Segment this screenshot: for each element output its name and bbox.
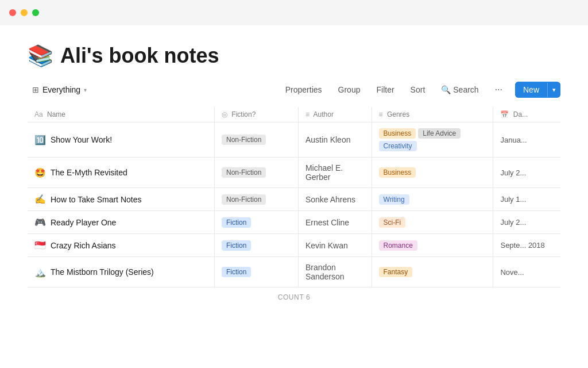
table-row[interactable]: 🎮 Ready Player One FictionErnest ClineSc… <box>28 211 560 234</box>
table-row[interactable]: 🏔️ The Mistborn Trilogy (Series) Fiction… <box>28 257 560 288</box>
sort-button[interactable]: Sort <box>407 83 429 97</box>
table-header-row: Aa Name ◎ Fiction? ≡ Author ≡ Genres <box>28 107 560 122</box>
cell-fiction: Non-Fiction <box>215 188 299 211</box>
toolbar-left: ⊞ Everything ▾ <box>28 83 280 97</box>
dot-yellow[interactable] <box>21 9 28 16</box>
cell-date: Nove... <box>493 257 560 288</box>
count-value: 6 <box>306 293 310 301</box>
cell-date: July 1... <box>493 188 560 211</box>
cell-author: Sonke Ahrens <box>298 188 372 211</box>
count-label: COUNT <box>278 293 306 301</box>
row-emoji: 🇸🇬 <box>34 240 46 251</box>
table-view-icon: ⊞ <box>32 85 39 94</box>
cell-fiction: Fiction <box>215 211 299 234</box>
cell-author: Michael E. Gerber <box>298 158 372 188</box>
genre-badge: Life Advice <box>418 128 461 139</box>
cell-author: Ernest Cline <box>298 211 372 234</box>
cell-genres: Romance <box>372 234 493 257</box>
date-col-icon: 📅 <box>500 110 509 118</box>
cell-genres: Writing <box>372 188 493 211</box>
cell-name: 🤩 The E-Myth Revisited <box>28 158 215 188</box>
row-title-text: Show Your Work! <box>51 135 112 144</box>
table-row[interactable]: ✍️ How to Take Smart Notes Non-FictionSo… <box>28 188 560 211</box>
fiction-badge: Fiction <box>222 267 251 277</box>
cell-name: 🎮 Ready Player One <box>28 211 215 234</box>
row-title-text: The Mistborn Trilogy (Series) <box>51 267 154 277</box>
cell-genres: BusinessLife AdviceCreativity <box>372 122 493 158</box>
genres-col-label: Genres <box>387 110 409 118</box>
table-row[interactable]: 🤩 The E-Myth Revisited Non-FictionMichae… <box>28 158 560 188</box>
view-label: Everything <box>42 85 80 94</box>
fiction-badge: Non-Fiction <box>222 167 266 178</box>
fiction-badge: Fiction <box>222 217 251 228</box>
fiction-col-label: Fiction? <box>231 110 256 118</box>
count-row: COUNT 6 <box>28 288 560 307</box>
page-title-text: Ali's book notes <box>60 44 219 68</box>
cell-name: 🔟 Show Your Work! <box>28 122 215 158</box>
author-col-label: Author <box>314 110 334 118</box>
cell-genres: Sci-Fi <box>372 211 493 234</box>
genre-badge: Romance <box>379 240 417 251</box>
col-header-name[interactable]: Aa Name <box>28 107 215 122</box>
col-header-date[interactable]: 📅 Da... <box>493 107 560 122</box>
view-selector[interactable]: ⊞ Everything ▾ <box>28 83 91 97</box>
row-title-text: Ready Player One <box>51 218 116 227</box>
filter-button[interactable]: Filter <box>373 83 397 97</box>
fiction-col-icon: ◎ <box>222 110 227 118</box>
cell-author: Austin Kleon <box>298 122 372 158</box>
main-content: 📚 Ali's book notes ⊞ Everything ▾ Proper… <box>0 25 588 307</box>
toolbar-right: Properties Group Filter Sort 🔍 Search ··… <box>282 82 560 98</box>
properties-button[interactable]: Properties <box>282 83 326 97</box>
group-button[interactable]: Group <box>335 83 364 97</box>
cell-genres: Fantasy <box>372 257 493 288</box>
cell-name: ✍️ How to Take Smart Notes <box>28 188 215 211</box>
search-icon: 🔍 <box>441 85 451 94</box>
genre-badge: Creativity <box>379 141 417 151</box>
dot-green[interactable] <box>32 9 39 16</box>
cell-fiction: Fiction <box>215 257 299 288</box>
date-col-label: Da... <box>513 110 528 118</box>
page-title: 📚 Ali's book notes <box>28 44 560 68</box>
cell-fiction: Non-Fiction <box>215 158 299 188</box>
genre-badge: Writing <box>379 194 409 205</box>
chevron-down-icon: ▾ <box>84 87 87 93</box>
new-button-group: New ▾ <box>515 82 560 98</box>
toolbar: ⊞ Everything ▾ Properties Group Filter S… <box>28 82 560 100</box>
search-button[interactable]: 🔍 Search <box>438 83 482 97</box>
cell-author: Brandon Sanderson <box>298 257 372 288</box>
row-emoji: 🏔️ <box>34 267 46 278</box>
genre-badge: Fantasy <box>379 267 413 277</box>
cell-date: Janua... <box>493 122 560 158</box>
cell-fiction: Non-Fiction <box>215 122 299 158</box>
table-row[interactable]: 🇸🇬 Crazy Rich Asians FictionKevin KwanRo… <box>28 234 560 257</box>
books-table: Aa Name ◎ Fiction? ≡ Author ≡ Genres <box>28 107 560 288</box>
genre-badge: Business <box>379 128 416 139</box>
col-header-fiction[interactable]: ◎ Fiction? <box>215 107 299 122</box>
table-row[interactable]: 🔟 Show Your Work! Non-FictionAustin Kleo… <box>28 122 560 158</box>
cell-author: Kevin Kwan <box>298 234 372 257</box>
page-emoji: 📚 <box>28 44 53 68</box>
cell-name: 🇸🇬 Crazy Rich Asians <box>28 234 215 257</box>
fiction-badge: Fiction <box>222 240 251 251</box>
cell-fiction: Fiction <box>215 234 299 257</box>
fiction-badge: Non-Fiction <box>222 135 266 145</box>
row-emoji: 🤩 <box>34 167 46 178</box>
author-col-icon: ≡ <box>305 110 310 118</box>
table-container: Aa Name ◎ Fiction? ≡ Author ≡ Genres <box>28 107 560 307</box>
more-options-button[interactable]: ··· <box>492 82 506 97</box>
col-header-genres[interactable]: ≡ Genres <box>372 107 493 122</box>
col-header-author[interactable]: ≡ Author <box>298 107 372 122</box>
new-button[interactable]: New <box>515 82 547 98</box>
row-emoji: 🎮 <box>34 217 46 228</box>
new-button-arrow[interactable]: ▾ <box>547 83 560 97</box>
row-emoji: 🔟 <box>34 135 46 145</box>
cell-date: July 2... <box>493 211 560 234</box>
cell-date: Septe... 2018 <box>493 234 560 257</box>
name-col-label: Name <box>47 110 65 118</box>
titlebar <box>0 0 588 25</box>
genres-col-icon: ≡ <box>379 110 383 118</box>
row-emoji: ✍️ <box>34 194 46 205</box>
dot-red[interactable] <box>9 9 16 16</box>
row-title-text: Crazy Rich Asians <box>51 241 116 250</box>
row-title-text: The E-Myth Revisited <box>51 168 127 177</box>
